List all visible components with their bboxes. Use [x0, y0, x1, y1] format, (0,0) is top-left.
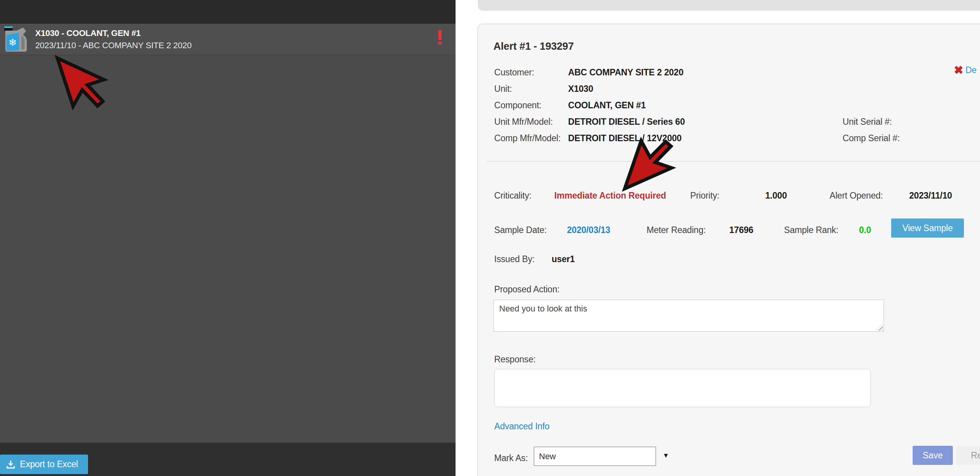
issued-by-value: user1 — [552, 254, 575, 264]
sample-rank-value: 0.0 — [859, 225, 871, 235]
component-label: Component: — [494, 100, 541, 111]
alert-list-sidebar: ❄ X1030 - COOLANT, GEN #1 2023/11/10 - A… — [0, 0, 456, 476]
comp-serial-label: Comp Serial #: — [843, 133, 900, 143]
sample-date-label: Sample Date: — [494, 225, 547, 235]
coolant-jug-icon: ❄ — [3, 26, 28, 52]
response-textarea[interactable] — [494, 369, 871, 407]
download-icon — [6, 460, 15, 469]
alert-item-subtitle: 2023/11/10 - ABC COMPANY SITE 2 2020 — [35, 41, 192, 51]
sidebar-footer-bar: Export to Excel — [0, 443, 456, 476]
comp-mfr-value: DETROIT DIESEL / 12V2000 — [568, 133, 681, 143]
priority-value: 1.000 — [765, 191, 787, 201]
export-to-excel-label: Export to Excel — [20, 459, 78, 469]
alert-detail-panel: Alert #1 - 193297 ✖ De Customer: ABC COM… — [477, 24, 980, 476]
sidebar-header-bar — [0, 0, 456, 24]
alert-item-title: X1030 - COOLANT, GEN #1 — [35, 28, 140, 38]
alert-opened-label: Alert Opened: — [830, 191, 883, 201]
meter-reading-value: 17696 — [729, 225, 753, 235]
customer-label: Customer: — [494, 67, 534, 78]
sample-rank-label: Sample Rank: — [784, 225, 838, 235]
component-value: COOLANT, GEN #1 — [568, 100, 646, 111]
proposed-action-label: Proposed Action: — [494, 284, 560, 295]
unit-serial-label: Unit Serial #: — [843, 117, 892, 127]
section-divider — [487, 161, 980, 162]
delete-alert-button[interactable]: ✖ De — [954, 64, 977, 76]
delete-label: De — [965, 65, 977, 75]
comp-mfr-label: Comp Mfr/Model: — [494, 133, 560, 143]
criticality-value: Immediate Action Required — [554, 191, 666, 201]
issued-by-label: Issued By: — [494, 254, 534, 264]
criticality-label: Criticality: — [494, 191, 531, 201]
unit-mfr-value: DETROIT DIESEL / Series 60 — [568, 117, 685, 127]
collapsed-panel-strip — [478, 0, 980, 11]
reset-button[interactable]: Rese — [956, 446, 980, 465]
alert-opened-value: 2023/11/10 — [909, 191, 952, 201]
meter-reading-label: Meter Reading: — [647, 225, 706, 235]
sample-date-link[interactable]: 2020/03/13 — [567, 225, 610, 235]
alert-title: Alert #1 - 193297 — [493, 41, 574, 52]
mark-as-label: Mark As: — [494, 453, 528, 463]
mark-as-dropdown-arrow-icon[interactable]: ▼ — [663, 452, 669, 460]
unit-label: Unit: — [494, 84, 512, 94]
critical-exclamation-icon: ! — [436, 27, 444, 47]
proposed-action-textarea[interactable]: Need you to look at this — [493, 300, 884, 332]
priority-label: Priority: — [690, 191, 719, 201]
export-to-excel-button[interactable]: Export to Excel — [0, 455, 88, 474]
unit-mfr-label: Unit Mfr/Model: — [494, 117, 553, 127]
delete-x-icon: ✖ — [954, 64, 963, 76]
advanced-info-link[interactable]: Advanced Info — [494, 421, 549, 432]
customer-value: ABC COMPANY SITE 2 2020 — [568, 67, 683, 78]
app-root: ❄ X1030 - COOLANT, GEN #1 2023/11/10 - A… — [0, 0, 980, 476]
save-button[interactable]: Save — [913, 446, 953, 465]
alert-list-item[interactable]: ❄ X1030 - COOLANT, GEN #1 2023/11/10 - A… — [0, 24, 456, 55]
unit-value: X1030 — [568, 84, 593, 94]
svg-text:❄: ❄ — [8, 37, 17, 48]
response-label: Response: — [494, 354, 536, 365]
mark-as-input[interactable] — [534, 447, 656, 466]
view-sample-button[interactable]: View Sample — [891, 218, 964, 238]
